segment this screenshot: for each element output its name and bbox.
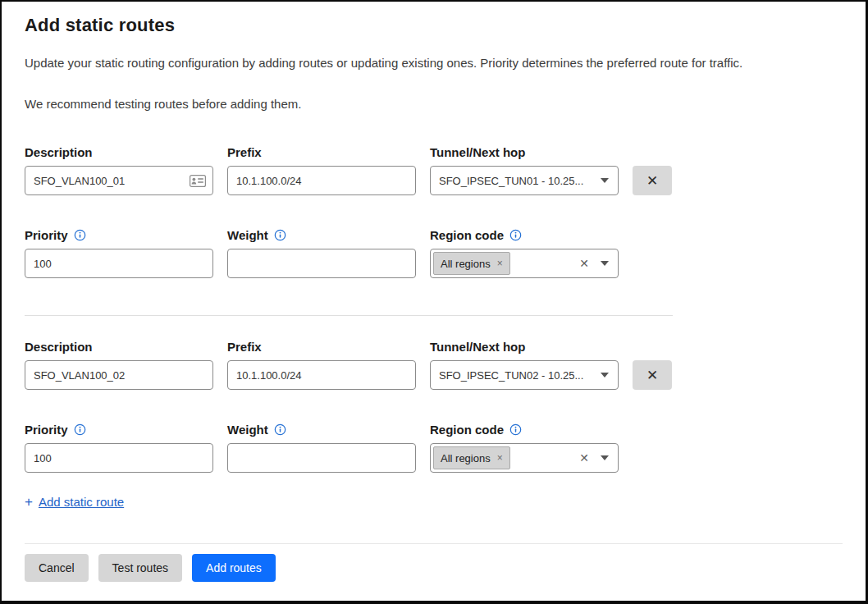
priority-field <box>25 249 213 278</box>
info-icon[interactable] <box>274 229 286 241</box>
description-label: Description <box>25 145 213 158</box>
chevron-down-icon <box>601 261 609 266</box>
priority-field <box>25 443 213 473</box>
dialog-description: Update your static routing configuration… <box>25 55 843 71</box>
description-label: Description <box>25 340 213 353</box>
weight-field <box>227 443 416 473</box>
region-code-label: Region code <box>430 228 619 241</box>
description-field <box>25 360 213 390</box>
info-icon[interactable] <box>509 229 522 241</box>
plus-icon: + <box>25 494 33 510</box>
weight-field <box>227 249 416 278</box>
remove-route-button[interactable]: ✕ <box>633 166 672 195</box>
prefix-field <box>227 360 416 390</box>
tunnel-selected-value: SFO_IPSEC_TUN02 - 10.25... <box>439 369 594 382</box>
prefix-input[interactable] <box>236 369 409 382</box>
close-icon: ✕ <box>646 173 658 189</box>
description-input[interactable] <box>34 369 206 382</box>
route-entry-2-row-secondary: Priority Weight <box>25 423 843 473</box>
priority-field-group: Priority <box>25 423 213 473</box>
weight-label: Weight <box>227 423 416 436</box>
tunnel-field-group: Tunnel/Next hop SFO_IPSEC_TUN01 - 10.25.… <box>430 145 619 195</box>
add-static-routes-dialog: Add static routes Update your static rou… <box>0 0 868 604</box>
priority-label: Priority <box>25 228 213 241</box>
prefix-label: Prefix <box>227 145 416 158</box>
description-field-group: Description <box>25 145 213 195</box>
weight-label: Weight <box>227 228 416 241</box>
close-icon: ✕ <box>646 368 658 383</box>
clear-selection-icon[interactable]: ✕ <box>579 452 589 464</box>
priority-input[interactable] <box>34 258 206 270</box>
prefix-label: Prefix <box>227 340 416 353</box>
info-icon[interactable] <box>509 423 522 436</box>
region-field-group: Region code All regions × <box>430 228 619 278</box>
cancel-button[interactable]: Cancel <box>25 554 89 582</box>
section-divider <box>25 315 673 316</box>
remove-route-button[interactable]: ✕ <box>633 360 672 390</box>
region-code-select[interactable]: All regions × ✕ <box>430 249 619 278</box>
region-tag-label: All regions <box>441 258 491 270</box>
page-title: Add static routes <box>25 13 843 38</box>
chevron-down-icon <box>601 455 609 460</box>
footer-actions: Cancel Test routes Add routes <box>25 554 843 582</box>
add-static-route-link[interactable]: + Add static route <box>25 494 124 510</box>
description-field <box>25 166 213 195</box>
info-icon[interactable] <box>274 423 286 436</box>
contact-card-icon[interactable] <box>190 175 206 187</box>
weight-input[interactable] <box>236 452 409 464</box>
description-input[interactable] <box>34 175 185 187</box>
route-entry-1-row-main: Description Prefix <box>25 145 843 195</box>
region-tag-label: All regions <box>441 452 491 464</box>
info-icon[interactable] <box>74 229 86 241</box>
priority-field-group: Priority <box>25 228 213 278</box>
remove-route-cell: ✕ <box>633 360 672 390</box>
region-field-group: Region code All regions × <box>430 423 619 473</box>
chevron-down-icon <box>601 178 609 183</box>
prefix-field-group: Prefix <box>227 145 416 195</box>
region-code-label: Region code <box>430 423 619 436</box>
route-entry-1-row-secondary: Priority Weight <box>25 228 843 278</box>
weight-field-group: Weight <box>227 228 416 278</box>
prefix-field <box>227 166 416 195</box>
tunnel-label: Tunnel/Next hop <box>430 145 619 158</box>
tunnel-select[interactable]: SFO_IPSEC_TUN02 - 10.25... <box>430 360 619 390</box>
region-code-select[interactable]: All regions × ✕ <box>430 443 619 473</box>
route-entry-2-row-main: Description Prefix Tunnel/Next hop SFO_I… <box>25 340 843 390</box>
description-field-group: Description <box>25 340 213 390</box>
info-icon[interactable] <box>74 423 86 436</box>
test-routes-button[interactable]: Test routes <box>98 554 182 582</box>
tunnel-label: Tunnel/Next hop <box>430 340 619 353</box>
chevron-down-icon <box>601 373 609 378</box>
weight-field-group: Weight <box>227 423 416 473</box>
tag-remove-icon[interactable]: × <box>497 453 503 463</box>
weight-input[interactable] <box>236 258 409 270</box>
footer-divider <box>25 543 843 544</box>
priority-label: Priority <box>25 423 213 436</box>
tunnel-field-group: Tunnel/Next hop SFO_IPSEC_TUN02 - 10.25.… <box>430 340 619 390</box>
tag-remove-icon[interactable]: × <box>497 259 503 268</box>
region-tag: All regions × <box>433 446 510 469</box>
prefix-field-group: Prefix <box>227 340 416 390</box>
tunnel-selected-value: SFO_IPSEC_TUN01 - 10.25... <box>439 175 594 187</box>
dialog-note: We recommend testing routes before addin… <box>25 96 843 112</box>
add-routes-button[interactable]: Add routes <box>192 554 276 582</box>
tunnel-select[interactable]: SFO_IPSEC_TUN01 - 10.25... <box>430 166 619 195</box>
region-tag: All regions × <box>433 252 510 275</box>
clear-selection-icon[interactable]: ✕ <box>579 258 589 269</box>
add-static-route-label: Add static route <box>39 494 124 510</box>
prefix-input[interactable] <box>236 175 409 187</box>
priority-input[interactable] <box>34 452 206 464</box>
remove-route-cell: ✕ <box>633 166 672 195</box>
